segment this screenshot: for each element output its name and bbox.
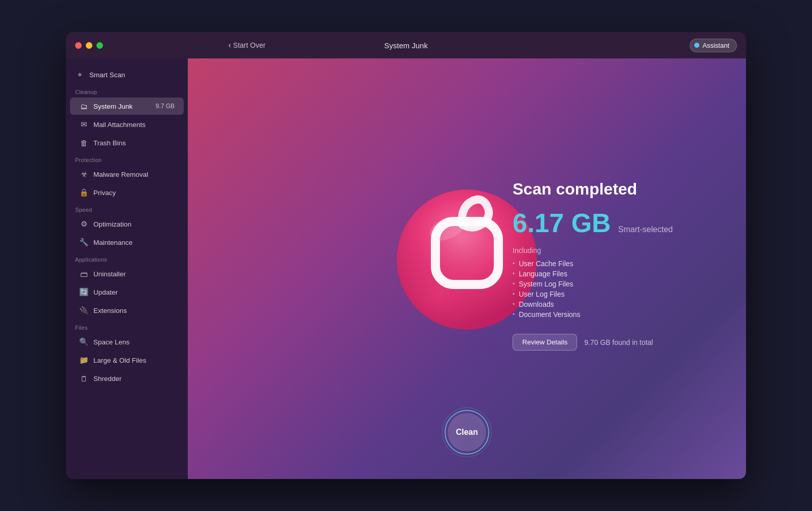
scan-item: Document Versions (513, 309, 695, 320)
results-panel: Scan completed 6.17 GB Smart-selected In… (513, 180, 695, 350)
sidebar-item-label: Malware Removal (93, 171, 148, 178)
assistant-button[interactable]: Assistant (690, 39, 737, 52)
clean-button-ring: Clean (445, 410, 489, 455)
section-protection: Protection (66, 152, 188, 165)
sidebar-item-large-old-files[interactable]: 📁 Large & Old Files (70, 352, 184, 369)
sidebar-item-label: Extensions (93, 307, 127, 314)
sidebar-item-smart-scan[interactable]: ⌖ Smart Scan (66, 66, 188, 84)
scan-item: User Cache Files (513, 259, 695, 269)
back-chevron-icon: ‹ (228, 41, 231, 50)
sidebar-item-shredder[interactable]: 🗒 Shredder (70, 370, 184, 387)
maintenance-icon: 🔧 (79, 238, 88, 247)
sidebar-item-label: Maintenance (93, 239, 132, 246)
scan-item: Downloads (513, 299, 695, 309)
sidebar-smart-scan-label: Smart Scan (89, 71, 125, 79)
sidebar-item-label: Privacy (93, 189, 116, 197)
scan-size: 6.17 GB (513, 208, 611, 238)
assistant-label: Assistant (702, 42, 729, 49)
sidebar-item-label: Optimization (93, 220, 131, 228)
sidebar-item-maintenance[interactable]: 🔧 Maintenance (70, 234, 184, 251)
sidebar: ⌖ Smart Scan Cleanup 🗂 System Junk 9.7 G… (66, 58, 188, 479)
sidebar-item-extensions[interactable]: 🔌 Extensions (70, 302, 184, 319)
review-row: Review Details 9.70 GB found in total (513, 334, 695, 350)
smart-selected-label: Smart-selected (618, 225, 673, 234)
sidebar-item-label: Large & Old Files (93, 357, 146, 364)
traffic-lights (75, 42, 103, 49)
assistant-dot-icon (694, 43, 699, 48)
maximize-button[interactable] (96, 42, 103, 49)
extensions-icon: 🔌 (79, 306, 88, 315)
clean-button-container: Clean (445, 410, 489, 455)
sidebar-item-optimization[interactable]: ⚙ Optimization (70, 215, 184, 233)
section-speed: Speed (66, 202, 188, 215)
sidebar-item-updater[interactable]: 🔄 Updater (70, 283, 184, 301)
section-applications: Applications (66, 251, 188, 265)
system-junk-icon: 🗂 (79, 102, 88, 111)
shredder-icon: 🗒 (79, 374, 88, 383)
scan-items-list: User Cache Files Language Files System L… (513, 259, 695, 320)
smart-scan-icon: ⌖ (75, 70, 84, 79)
back-button[interactable]: ‹ Start Over (228, 41, 265, 50)
sidebar-item-label: Shredder (93, 375, 122, 382)
window-title: System Junk (384, 41, 428, 50)
sidebar-item-uninstaller[interactable]: 🗃 Uninstaller (70, 265, 184, 282)
main-content: Scan completed 6.17 GB Smart-selected In… (188, 58, 746, 479)
sidebar-item-system-junk[interactable]: 🗂 System Junk 9.7 GB (70, 98, 184, 115)
scan-item: System Log Files (513, 279, 695, 289)
found-total-label: 9.70 GB found in total (584, 338, 653, 346)
sidebar-item-label: Mail Attachments (93, 121, 146, 129)
privacy-icon: 🔒 (79, 188, 88, 197)
sidebar-item-mail-attachments[interactable]: ✉ Mail Attachments (70, 116, 184, 133)
sidebar-item-label: Trash Bins (93, 139, 126, 147)
app-body: ⌖ Smart Scan Cleanup 🗂 System Junk 9.7 G… (66, 58, 746, 479)
optimization-icon: ⚙ (79, 219, 88, 229)
sidebar-item-label: Uninstaller (93, 270, 126, 278)
scan-item: Language Files (513, 269, 695, 279)
uninstaller-icon: 🗃 (79, 269, 88, 278)
updater-icon: 🔄 (79, 288, 88, 297)
sidebar-item-trash-bins[interactable]: 🗑 Trash Bins (70, 134, 184, 151)
space-lens-icon: 🔍 (79, 337, 88, 346)
including-label: Including (513, 246, 695, 254)
scan-item: User Log Files (513, 289, 695, 299)
sidebar-item-label: System Junk (93, 103, 132, 110)
section-cleanup: Cleanup (66, 84, 188, 97)
minimize-button[interactable] (86, 42, 92, 49)
scan-size-row: 6.17 GB Smart-selected (513, 208, 695, 238)
mail-icon: ✉ (79, 120, 88, 129)
malware-icon: ☣ (79, 170, 88, 179)
app-window: ‹ Start Over System Junk Assistant ⌖ Sma… (66, 32, 746, 479)
review-details-button[interactable]: Review Details (513, 334, 577, 350)
section-files: Files (66, 320, 188, 333)
close-button[interactable] (75, 42, 82, 49)
sidebar-item-malware-removal[interactable]: ☣ Malware Removal (70, 166, 184, 183)
trash-icon: 🗑 (79, 138, 88, 147)
title-bar: ‹ Start Over System Junk Assistant (66, 32, 746, 58)
sidebar-item-space-lens[interactable]: 🔍 Space Lens (70, 333, 184, 350)
system-junk-badge: 9.7 GB (156, 103, 175, 110)
scan-completed-title: Scan completed (513, 180, 695, 199)
clean-button[interactable]: Clean (448, 413, 486, 452)
sidebar-item-label: Space Lens (93, 338, 129, 346)
large-files-icon: 📁 (79, 356, 88, 365)
sidebar-item-label: Updater (93, 289, 118, 296)
sidebar-item-privacy[interactable]: 🔒 Privacy (70, 184, 184, 201)
back-label: Start Over (233, 41, 265, 49)
